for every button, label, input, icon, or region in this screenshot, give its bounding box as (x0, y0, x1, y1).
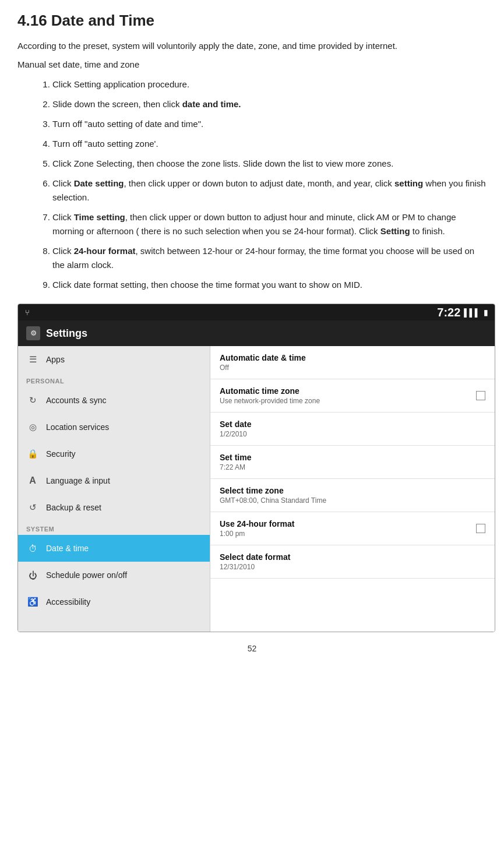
status-bar-right: 7:22 ▌▌▌ ▮ (437, 306, 488, 319)
datetime-icon: ⏱ (26, 542, 39, 555)
sidebar-item-location[interactable]: ◎ Location services (18, 414, 210, 440)
settings-sidebar[interactable]: ☰ Apps PERSONAL ↻ Accounts & sync ◎ Loca… (18, 346, 210, 632)
signal-icon: ▌▌▌ (464, 308, 480, 317)
settings-screenshot: ⑂ 7:22 ▌▌▌ ▮ ⚙ Settings ☰ Apps PERSONAL … (17, 304, 495, 632)
set-time-subtitle: 7:22 AM (220, 463, 485, 471)
status-time: 7:22 (437, 306, 460, 319)
setting-row-auto-date-info: Automatic date & time Off (220, 353, 485, 372)
step-9: Click date format setting, then choose t… (52, 278, 487, 292)
status-bar-left: ⑂ (25, 308, 30, 317)
page-title: 4.16 Date and Time (17, 12, 487, 30)
auto-timezone-checkbox[interactable] (476, 391, 485, 400)
sidebar-item-accounts[interactable]: ↻ Accounts & sync (18, 387, 210, 414)
24hour-checkbox[interactable] (476, 524, 485, 533)
sidebar-section-personal: PERSONAL (18, 373, 210, 387)
settings-title-label: Settings (46, 327, 87, 340)
sidebar-item-schedule[interactable]: ⏻ Schedule power on/off (18, 562, 210, 588)
intro-paragraph: According to the preset, system will vol… (17, 39, 487, 53)
step-8: Click 24-hour format, switch between 12-… (52, 244, 487, 272)
date-format-title: Select date format (220, 552, 485, 562)
manual-label: Manual set date, time and zone (17, 58, 487, 72)
apps-icon: ☰ (26, 353, 39, 366)
accounts-icon: ↻ (26, 394, 39, 407)
step-3: Turn off "auto setting of date and time"… (52, 117, 487, 131)
setting-row-24hour[interactable]: Use 24-hour format 1:00 pm (210, 512, 495, 545)
sidebar-item-backup[interactable]: ↺ Backup & reset (18, 494, 210, 521)
setting-row-set-time-info: Set time 7:22 AM (220, 453, 485, 471)
auto-timezone-title: Automatic time zone (220, 386, 476, 396)
set-date-subtitle: 1/2/2010 (220, 430, 485, 438)
setting-row-set-time[interactable]: Set time 7:22 AM (210, 446, 495, 479)
step-4: Turn off "auto setting zone'. (52, 137, 487, 151)
sidebar-item-datetime[interactable]: ⏱ Date & time (18, 535, 210, 562)
status-bar: ⑂ 7:22 ▌▌▌ ▮ (18, 304, 495, 320)
timezone-title: Select time zone (220, 486, 485, 495)
setting-row-auto-timezone-info: Automatic time zone Use network-provided… (220, 386, 476, 405)
step-2: Slide down the screen, then click date a… (52, 97, 487, 111)
set-time-title: Set time (220, 453, 485, 462)
setting-row-date-format-info: Select date format 12/31/2010 (220, 552, 485, 571)
setting-row-set-date[interactable]: Set date 1/2/2010 (210, 413, 495, 446)
sidebar-item-backup-label: Backup & reset (46, 503, 101, 512)
setting-row-timezone-info: Select time zone GMT+08:00, China Standa… (220, 486, 485, 505)
timezone-subtitle: GMT+08:00, China Standard Time (220, 496, 485, 505)
setting-row-auto-timezone[interactable]: Automatic time zone Use network-provided… (210, 379, 495, 413)
security-icon: 🔒 (26, 447, 39, 460)
set-date-title: Set date (220, 420, 485, 429)
sidebar-item-accessibility[interactable]: ♿ Accessibility (18, 588, 210, 615)
language-icon: A (26, 474, 39, 487)
auto-timezone-subtitle: Use network-provided time zone (220, 397, 476, 405)
24hour-subtitle: 1:00 pm (220, 530, 476, 538)
24hour-title: Use 24-hour format (220, 519, 476, 528)
schedule-icon: ⏻ (26, 569, 39, 581)
setting-row-date-format[interactable]: Select date format 12/31/2010 (210, 545, 495, 579)
sidebar-section-system: SYSTEM (18, 521, 210, 535)
setting-row-set-date-info: Set date 1/2/2010 (220, 420, 485, 438)
sidebar-item-security-label: Security (46, 449, 76, 459)
steps-list: Click Setting application procedure. Sli… (52, 77, 487, 292)
date-format-subtitle: 12/31/2010 (220, 563, 485, 571)
sidebar-item-language[interactable]: A Language & input (18, 467, 210, 494)
sidebar-item-language-label: Language & input (46, 476, 110, 485)
settings-title-bar: ⚙ Settings (18, 320, 495, 346)
setting-row-auto-date[interactable]: Automatic date & time Off (210, 346, 495, 379)
setting-row-24hour-info: Use 24-hour format 1:00 pm (220, 519, 476, 538)
setting-row-timezone[interactable]: Select time zone GMT+08:00, China Standa… (210, 479, 495, 512)
step-6: Click Date setting, then click upper or … (52, 177, 487, 205)
auto-date-title: Automatic date & time (220, 353, 485, 362)
settings-title-icon: ⚙ (26, 326, 40, 340)
step-7: Click Time setting, then click upper or … (52, 210, 487, 238)
sidebar-item-datetime-label: Date & time (46, 544, 89, 553)
sidebar-item-accessibility-label: Accessibility (46, 597, 90, 607)
step-1: Click Setting application procedure. (52, 77, 487, 91)
settings-content-panel: Automatic date & time Off Automatic time… (210, 346, 495, 632)
step-5: Click Zone Selecting, then choose the zo… (52, 157, 487, 171)
sidebar-item-accounts-label: Accounts & sync (46, 396, 107, 405)
location-icon: ◎ (26, 421, 39, 433)
auto-date-subtitle: Off (220, 364, 485, 372)
page-number: 52 (17, 644, 487, 653)
fork-icon: ⑂ (25, 308, 30, 317)
backup-icon: ↺ (26, 501, 39, 514)
sidebar-item-apps[interactable]: ☰ Apps (18, 346, 210, 373)
sidebar-item-apps-label: Apps (46, 355, 65, 364)
battery-icon: ▮ (484, 308, 488, 317)
sidebar-item-security[interactable]: 🔒 Security (18, 440, 210, 467)
accessibility-icon: ♿ (26, 595, 39, 608)
settings-body: ☰ Apps PERSONAL ↻ Accounts & sync ◎ Loca… (18, 346, 495, 632)
sidebar-item-schedule-label: Schedule power on/off (46, 570, 127, 580)
sidebar-item-location-label: Location services (46, 422, 109, 432)
